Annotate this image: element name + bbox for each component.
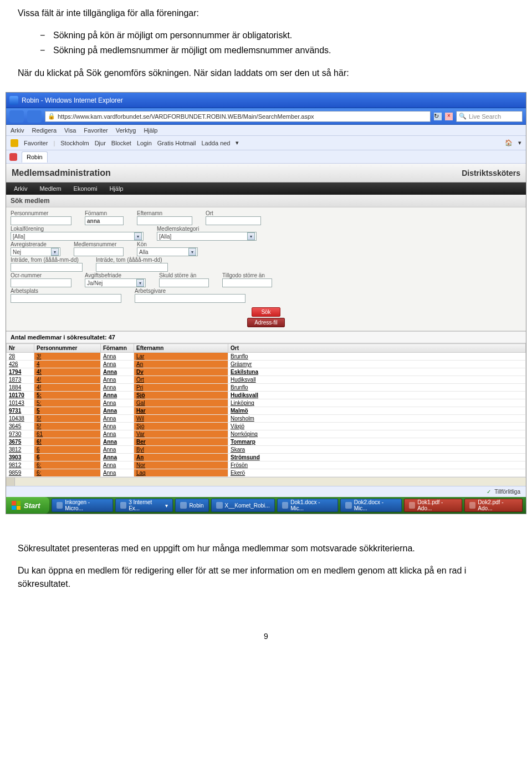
chevron-down-icon: ▾ xyxy=(51,248,59,256)
input-arbetsplats[interactable] xyxy=(11,294,121,303)
pdf-icon xyxy=(469,502,476,509)
table-row[interactable]: 36756!AnnaBerTommarp xyxy=(7,438,526,446)
appmenu-hjalp[interactable]: Hjälp xyxy=(109,185,123,192)
task-inbox[interactable]: Inkorgen - Micro... xyxy=(52,499,113,512)
cell-ort: Brunflo xyxy=(228,384,526,392)
col-ort[interactable]: Ort xyxy=(228,344,526,353)
col-nr[interactable]: Nr xyxy=(7,344,34,353)
ie-menu-visa[interactable]: Visa xyxy=(64,127,76,134)
stop-icon[interactable]: × xyxy=(445,113,453,120)
cell-nr: 3812 xyxy=(7,446,34,454)
fav-link-stockholm[interactable]: Stockholm xyxy=(60,140,89,146)
col-efternamn[interactable]: Efternamn xyxy=(134,344,228,353)
table-row[interactable]: 101705:AnnaSjöHudiksvall xyxy=(7,392,526,399)
task-word-dok1[interactable]: Dok1.docx - Mic... xyxy=(277,499,338,512)
back-button[interactable] xyxy=(9,110,24,123)
home-icon[interactable]: 🏠 xyxy=(505,139,513,146)
appmenu-ekonomi[interactable]: Ekonomi xyxy=(74,185,98,192)
fav-link-djur[interactable]: Djur xyxy=(95,140,106,146)
table-row[interactable]: 101435:AnnaGalLinköping xyxy=(7,399,526,407)
cell-ort: Brunflo xyxy=(228,353,526,361)
task-pdf-dok1[interactable]: Dok1.pdf - Ado... xyxy=(404,499,462,512)
col-fornamn[interactable]: Förnamn xyxy=(101,344,134,353)
fav-link-blocket[interactable]: Blocket xyxy=(111,140,131,146)
cell-nr: 426 xyxy=(7,361,34,368)
task-robin[interactable]: Robin xyxy=(175,499,208,512)
ie-menu-favoriter[interactable]: Favoriter xyxy=(84,127,108,134)
refresh-icon[interactable]: ↻ xyxy=(434,113,442,120)
cell-nr: 9730 xyxy=(7,430,34,438)
input-skuld[interactable] xyxy=(159,278,209,287)
task-word-komet[interactable]: X__Komet_Robi... xyxy=(211,499,275,512)
input-fornamn[interactable]: anna xyxy=(85,216,124,225)
field-tillgodo: Tillgodo större än xyxy=(222,272,272,287)
input-arbetsgivare[interactable] xyxy=(135,294,245,303)
select-avgiftsbefriade[interactable]: Ja/Nej▾ xyxy=(85,278,146,287)
address-bar[interactable]: 🔒 https://www.kam.vardforbundet.se/VARDF… xyxy=(45,111,431,122)
chevron-down-icon[interactable]: ▾ xyxy=(236,139,239,146)
input-intrade-from[interactable] xyxy=(11,263,83,272)
cell-efternamn: Sjö xyxy=(134,392,228,399)
cell-ort: Norsholm xyxy=(228,415,526,423)
select-medlemskategori[interactable]: [Alla]▾ xyxy=(157,232,257,241)
scroll-left-arrow[interactable] xyxy=(6,478,15,486)
task-pdf-dok2[interactable]: Dok2.pdf - Ado... xyxy=(464,499,523,512)
ie-menu-redigera[interactable]: Redigera xyxy=(32,127,57,134)
cell-personnummer: 5: xyxy=(34,399,101,407)
ie-icon xyxy=(9,96,18,105)
table-row[interactable]: 17944!AnnaDvEskilstuna xyxy=(7,368,526,376)
table-row[interactable]: 4264AnnaAnGräsmyr xyxy=(7,361,526,368)
input-ort[interactable] xyxy=(206,216,261,225)
fav-link-login[interactable]: Login xyxy=(137,140,152,146)
search-button[interactable]: Sök xyxy=(252,307,280,317)
input-personnummer[interactable] xyxy=(11,216,71,225)
forward-button[interactable] xyxy=(27,110,42,123)
table-row[interactable]: 283!AnnaLarBrunflo xyxy=(7,353,526,361)
ie-menu-hjalp[interactable]: Hjälp xyxy=(144,127,157,134)
table-row[interactable]: 38126AnnaBylSkara xyxy=(7,446,526,454)
cell-personnummer: 6 xyxy=(34,454,101,461)
table-row[interactable]: 18844!AnnaPriBrunflo xyxy=(7,384,526,392)
col-personnummer[interactable]: Personnummer xyxy=(34,344,101,353)
ie-status-bar: ✓ Tillförlitliga xyxy=(6,486,526,497)
ie-menu-verktyg[interactable]: Verktyg xyxy=(116,127,136,134)
table-row[interactable]: 18734!AnnaÖrtHudiksvall xyxy=(7,376,526,384)
star-icon[interactable] xyxy=(11,139,18,147)
input-ocrnummer[interactable] xyxy=(11,278,71,287)
task-ie-group[interactable]: 3 Internet Ex...▾ xyxy=(115,499,173,512)
table-row[interactable]: 98126:AnnaNorFrösön xyxy=(7,461,526,469)
bullet-text: Sökning på kön är möjligt om personnumme… xyxy=(53,28,292,43)
ie-menu-arkiv[interactable]: Arkiv xyxy=(11,127,24,134)
table-row[interactable]: 973061AnnaVarNorrköping xyxy=(7,430,526,438)
start-button[interactable]: Start xyxy=(6,497,49,514)
tab-robin[interactable]: Robin xyxy=(22,151,48,163)
select-kon[interactable]: Alla▾ xyxy=(137,247,198,256)
horizontal-scrollbar[interactable] xyxy=(6,477,526,486)
table-row[interactable]: 36455!AnnaSjöVäxjö xyxy=(7,423,526,430)
table-row[interactable]: 104385!AnnaWilNorsholm xyxy=(7,415,526,423)
table-row[interactable]: 98596:AnnaLagEkerö xyxy=(7,469,526,477)
input-efternamn[interactable] xyxy=(137,216,192,225)
chevron-down-icon: ▾ xyxy=(165,503,168,509)
table-row[interactable]: 39036AnnaAnStrömsund xyxy=(7,454,526,461)
select-avregistrerade[interactable]: Nej▾ xyxy=(11,247,60,256)
table-row[interactable]: 97315AnnaHarMalmö xyxy=(7,407,526,415)
input-tillgodo[interactable] xyxy=(222,278,272,287)
cell-personnummer: 4! xyxy=(34,368,101,376)
appmenu-arkiv[interactable]: Arkiv xyxy=(14,185,27,192)
cell-fornamn: Anna xyxy=(101,407,134,415)
select-lokalforening[interactable]: [Alla]▾ xyxy=(11,232,144,241)
appmenu-medlem[interactable]: Medlem xyxy=(39,185,61,192)
field-lokalforening: Lokalförening [Alla]▾ xyxy=(11,226,144,241)
fav-link-laddaned[interactable]: Ladda ned xyxy=(201,140,230,146)
browser-search-box[interactable]: 🔍 Live Search xyxy=(456,111,523,122)
input-medlemsnummer[interactable] xyxy=(74,247,124,256)
input-intrade-tom[interactable] xyxy=(96,263,168,272)
chevron-down-icon: ▾ xyxy=(247,232,255,240)
addressfile-button[interactable]: Adress-fil xyxy=(247,318,285,327)
ie-icon xyxy=(120,502,126,509)
fav-link-hotmail[interactable]: Gratis Hotmail xyxy=(157,140,196,146)
cell-fornamn: Anna xyxy=(101,384,134,392)
field-efternamn: Efternamn xyxy=(137,210,192,225)
task-word-dok2[interactable]: Dok2.docx - Mic... xyxy=(340,499,401,512)
